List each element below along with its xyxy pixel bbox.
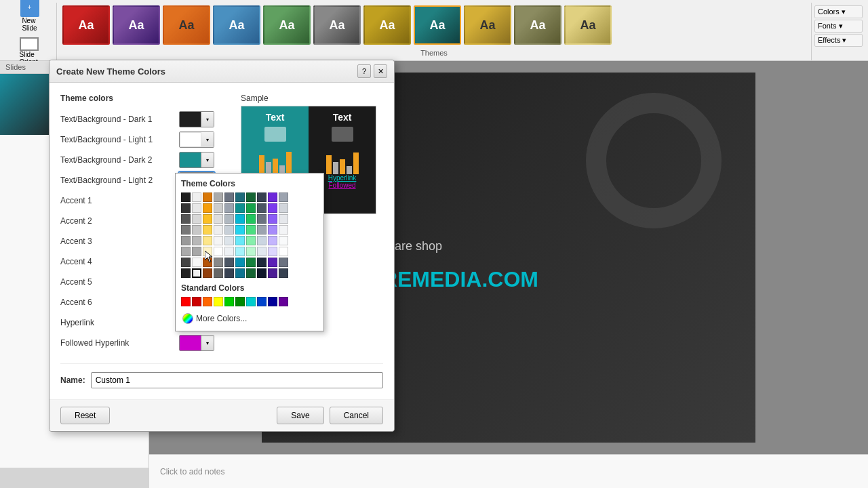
color-cell-1-4[interactable]	[224, 203, 234, 213]
color-cell-4-9[interactable]	[279, 236, 288, 245]
color-cell-2-5[interactable]	[235, 214, 245, 224]
cancel-button[interactable]: Cancel	[330, 407, 383, 424]
color-cell-7-6[interactable]	[246, 268, 256, 278]
color-cell-5-6[interactable]	[246, 247, 256, 256]
color-cell-0-3[interactable]	[214, 192, 223, 202]
color-cell-3-7[interactable]	[257, 225, 267, 235]
color-cell-0-0[interactable]	[181, 192, 191, 202]
color-cell-1-7[interactable]	[257, 203, 267, 213]
color-dropdown-followed[interactable]: ▾	[201, 336, 214, 350]
color-cell-1-5[interactable]	[235, 203, 245, 213]
std-color-cell-3[interactable]	[214, 297, 223, 306]
color-cell-5-7[interactable]	[257, 247, 267, 256]
color-cell-4-8[interactable]	[268, 236, 277, 245]
color-cell-6-6[interactable]	[246, 258, 256, 267]
color-dropdown-dark1[interactable]: ▾	[201, 112, 214, 127]
dialog-help-button[interactable]: ?	[357, 64, 371, 78]
color-cell-1-2[interactable]	[203, 203, 212, 213]
std-color-cell-7[interactable]	[257, 297, 267, 306]
color-cell-0-1[interactable]	[192, 192, 201, 202]
color-cell-3-0[interactable]	[181, 225, 191, 235]
color-cell-1-0[interactable]	[181, 203, 191, 213]
color-cell-4-0[interactable]	[181, 236, 191, 245]
color-cell-3-9[interactable]	[279, 225, 288, 235]
color-dropdown-dark2[interactable]: ▾	[201, 152, 214, 167]
color-cell-6-3[interactable]	[214, 258, 223, 267]
color-cell-7-3[interactable]	[214, 268, 223, 278]
std-color-cell-1[interactable]	[192, 297, 201, 306]
color-dropdown-light1[interactable]: ▾	[201, 132, 214, 147]
color-cell-7-8[interactable]	[268, 268, 277, 278]
std-color-cell-5[interactable]	[235, 297, 245, 306]
dialog-close-button[interactable]: ✕	[374, 64, 387, 78]
color-cell-4-4[interactable]	[224, 236, 234, 245]
color-cell-2-8[interactable]	[268, 214, 277, 224]
color-cell-1-6[interactable]	[246, 203, 256, 213]
color-cell-3-2[interactable]	[203, 225, 212, 235]
color-cell-0-2[interactable]	[203, 192, 212, 202]
color-cell-7-5[interactable]	[235, 268, 245, 278]
color-cell-5-8[interactable]	[268, 247, 277, 256]
color-cell-5-2[interactable]	[203, 247, 212, 256]
color-cell-5-4[interactable]	[224, 247, 234, 256]
color-cell-4-2[interactable]	[203, 236, 212, 245]
color-cell-0-5[interactable]	[235, 192, 245, 202]
color-cell-7-0[interactable]	[181, 268, 191, 278]
color-cell-0-4[interactable]	[224, 192, 234, 202]
color-picker-followed[interactable]: ▾	[179, 335, 214, 351]
color-cell-0-7[interactable]	[257, 192, 267, 202]
color-cell-7-1[interactable]	[192, 268, 201, 278]
color-cell-0-9[interactable]	[279, 192, 288, 202]
color-cell-4-3[interactable]	[214, 236, 223, 245]
color-cell-3-5[interactable]	[235, 225, 245, 235]
save-button[interactable]: Save	[277, 407, 323, 424]
color-cell-1-8[interactable]	[268, 203, 277, 213]
color-cell-4-1[interactable]	[192, 236, 201, 245]
color-picker-light1[interactable]: ▾	[179, 131, 214, 148]
color-cell-6-5[interactable]	[235, 258, 245, 267]
name-input[interactable]	[91, 372, 383, 388]
color-cell-4-7[interactable]	[257, 236, 267, 245]
color-cell-0-6[interactable]	[246, 192, 256, 202]
color-cell-2-9[interactable]	[279, 214, 288, 224]
color-cell-2-2[interactable]	[203, 214, 212, 224]
color-cell-2-4[interactable]	[224, 214, 234, 224]
color-cell-2-7[interactable]	[257, 214, 267, 224]
color-cell-7-9[interactable]	[279, 268, 288, 278]
std-color-cell-8[interactable]	[268, 297, 277, 306]
color-cell-6-0[interactable]	[181, 258, 191, 267]
color-cell-3-1[interactable]	[192, 225, 201, 235]
color-picker-dark1[interactable]: ▾	[179, 111, 214, 127]
color-cell-1-9[interactable]	[279, 203, 288, 213]
color-cell-7-2[interactable]	[203, 268, 212, 278]
color-cell-1-1[interactable]	[192, 203, 201, 213]
color-cell-3-8[interactable]	[268, 225, 277, 235]
color-cell-2-3[interactable]	[214, 214, 223, 224]
std-color-cell-9[interactable]	[279, 297, 288, 306]
color-cell-7-4[interactable]	[224, 268, 234, 278]
std-color-cell-6[interactable]	[246, 297, 256, 306]
color-cell-5-1[interactable]	[192, 247, 201, 256]
color-cell-3-3[interactable]	[214, 225, 223, 235]
std-color-cell-4[interactable]	[224, 297, 234, 306]
color-cell-5-5[interactable]	[235, 247, 245, 256]
color-cell-2-1[interactable]	[192, 214, 201, 224]
std-color-cell-2[interactable]	[203, 297, 212, 306]
color-cell-6-1[interactable]	[192, 258, 201, 267]
std-color-cell-0[interactable]	[181, 297, 191, 306]
color-cell-3-4[interactable]	[224, 225, 234, 235]
color-cell-3-6[interactable]	[246, 225, 256, 235]
color-cell-2-0[interactable]	[181, 214, 191, 224]
color-picker-dark2[interactable]: ▾	[179, 152, 214, 168]
color-cell-4-5[interactable]	[235, 236, 245, 245]
reset-button[interactable]: Reset	[60, 407, 110, 424]
color-cell-4-6[interactable]	[246, 236, 256, 245]
color-cell-7-7[interactable]	[257, 268, 267, 278]
color-cell-1-3[interactable]	[214, 203, 223, 213]
color-cell-5-3[interactable]	[214, 247, 223, 256]
color-cell-6-7[interactable]	[257, 258, 267, 267]
color-cell-2-6[interactable]	[246, 214, 256, 224]
color-cell-5-9[interactable]	[279, 247, 288, 256]
color-cell-6-8[interactable]	[268, 258, 277, 267]
color-cell-6-2[interactable]	[203, 258, 212, 267]
